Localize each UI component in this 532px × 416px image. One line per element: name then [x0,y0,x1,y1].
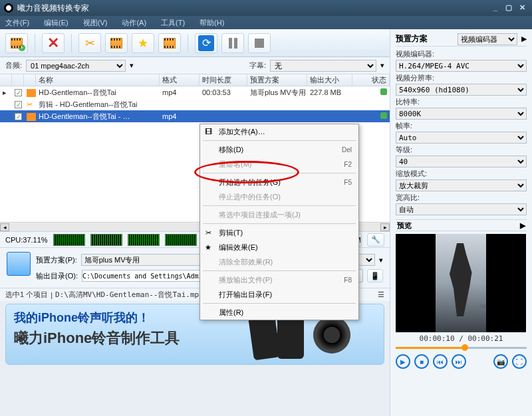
cpu-label: CPU:37.11% [5,236,48,244]
checkbox-icon[interactable] [15,113,22,120]
pause-icon [229,38,237,49]
menu-edit[interactable]: 编辑(E) [44,18,68,28]
scissors-icon: ✂ [85,36,95,51]
fps-select[interactable]: Auto [396,132,527,144]
ctx-add[interactable]: 🎞添加文件(A)… [200,124,358,139]
edit-clip-button[interactable] [158,33,181,53]
time-display: 00:00:10 / 00:00:21 [396,332,527,344]
next-frame-button[interactable]: ⏭ [452,354,466,369]
table-row[interactable]: ✂ 剪辑 - HD-Gentleman--音悦Tai [0,98,390,110]
ctx-clear-effects: 清除全部效果(R) [200,255,358,269]
aspect-label: 宽高比: [396,193,527,203]
audio-select[interactable]: 01 mpeg4aac-2ch [26,60,126,72]
speaker-icon [313,316,350,354]
window-title: 曦力音视频转换专家 [17,3,488,14]
level-label: 等级: [396,145,527,155]
cut-button[interactable]: ✂ [78,33,101,53]
remove-button[interactable]: ✕ [42,33,65,53]
clip-button[interactable] [105,33,128,53]
film-icon [27,113,36,121]
pause-button[interactable] [221,33,244,53]
stop-preview-button[interactable]: ■ [414,354,429,369]
col-format[interactable]: 格式 [162,75,177,85]
minimize-button[interactable]: _ [489,3,501,13]
col-size[interactable]: 输出大小 [310,75,339,85]
encoder-combo[interactable]: 视频编码器 [458,33,517,45]
col-duration[interactable]: 时间长度 [202,75,231,85]
play-icon[interactable]: ▶ [521,35,527,43]
zoom-label: 缩放模式: [396,169,527,179]
menu-action[interactable]: 动作(A) [122,18,146,28]
tools-button[interactable]: 🔧 [367,233,384,247]
ctx-cut[interactable]: ✂剪辑(T) [200,225,358,240]
aspect-select[interactable]: 自动 [396,203,527,215]
preview-video[interactable] [396,234,526,332]
encoder-select[interactable]: H.264/MPEG-4 AVC [396,60,527,72]
context-menu: 🎞添加文件(A)… 移除(D)Del 重命名(M)F2 开始选中的任务(G)F5… [200,124,359,320]
scroll-right-icon[interactable]: ▸ [380,223,390,231]
convert-button[interactable]: ⟳ [195,33,217,53]
table-row[interactable]: ▸ HD-Gentleman--音悦Tai mp4 00:03:53 旭哥plu… [0,86,390,98]
zoom-select[interactable]: 放大裁剪 [396,179,527,191]
outdir-label: 输出目录(O): [36,271,78,281]
col-preset[interactable]: 预置方案 [250,75,279,85]
add-file-button[interactable]: + [5,33,28,53]
chevron-down-icon[interactable]: ▾ [379,256,383,264]
ctx-remove[interactable]: 移除(D)Del [200,142,358,157]
menu-help[interactable]: 帮助(H) [200,18,224,28]
list-icon[interactable]: ☰ [378,290,384,299]
caption-select[interactable]: 无 [270,60,376,72]
film-icon: + [11,38,23,49]
play-icon[interactable]: ▶ [520,221,525,230]
film-plus-icon: 🎞 [203,128,213,136]
audio-dropdown-icon[interactable]: ▾ [130,61,134,70]
close-button[interactable]: ✕ [516,3,528,13]
audio-label: 音频: [5,60,22,70]
encoder-label: 视频编码器: [396,49,527,59]
menu-tools[interactable]: 工具(T) [161,18,185,28]
stop-button[interactable] [248,33,271,53]
profile-icon [7,252,31,276]
prev-frame-button[interactable]: ⏮ [433,354,448,369]
ctx-properties[interactable]: 属性(R) [200,305,358,320]
scroll-left-icon[interactable]: ◂ [0,223,9,231]
status-selection: 选中1 个项目 [5,290,48,300]
menu-file[interactable]: 文件(F) [5,18,29,28]
res-select[interactable]: 540x960 (hd1080) [396,84,527,96]
scissors-icon: ✂ [203,229,213,237]
res-label: 视频分辨率: [396,73,527,83]
level-select[interactable]: 40 [396,156,527,167]
x-icon: ✕ [47,35,59,52]
preset-header: 预置方案 [396,33,428,45]
fullscreen-button[interactable]: ⛶ [512,354,527,369]
app-logo-icon [4,3,13,13]
scissors-icon: ✂ [27,100,33,108]
table-row[interactable]: HD-Gentleman--音悦Tai - … mp4 [0,110,390,122]
ctx-start-selected[interactable]: 开始选中的任务(G)F5 [200,175,358,189]
preset-label: 预置方案(P): [36,255,77,265]
ctx-effect[interactable]: ★编辑效果(E) [200,240,358,255]
cpu-graph [53,234,85,246]
preview-header: 预览 [397,221,412,231]
checkbox-icon[interactable] [15,101,22,108]
ctx-open-outdir[interactable]: 打开输出目录(F) [200,287,358,302]
file-list[interactable]: ▸ HD-Gentleman--音悦Tai mp4 00:03:53 旭哥plu… [0,86,390,122]
watermark: www.jb51.net [481,302,524,310]
play-button[interactable]: ▶ [396,354,410,369]
device-button[interactable]: 📱 [367,269,383,282]
menu-view[interactable]: 视图(V) [83,18,108,28]
film-icon [164,38,176,49]
snapshot-button[interactable]: 📷 [493,354,508,369]
seek-slider[interactable] [396,344,527,351]
refresh-icon: ⟳ [198,35,214,51]
maximize-button[interactable]: ▢ [503,3,515,13]
effects-button[interactable]: ★ [132,33,154,53]
checkbox-icon[interactable] [15,89,22,96]
star-icon: ★ [138,36,148,51]
cpu-graph [128,234,160,246]
col-name[interactable]: 名称 [39,75,53,85]
caption-dropdown-icon[interactable]: ▾ [380,61,384,70]
bitrate-select[interactable]: 8000K [396,108,527,120]
col-status[interactable]: 状态 [372,75,386,85]
fps-label: 帧率: [396,121,527,131]
